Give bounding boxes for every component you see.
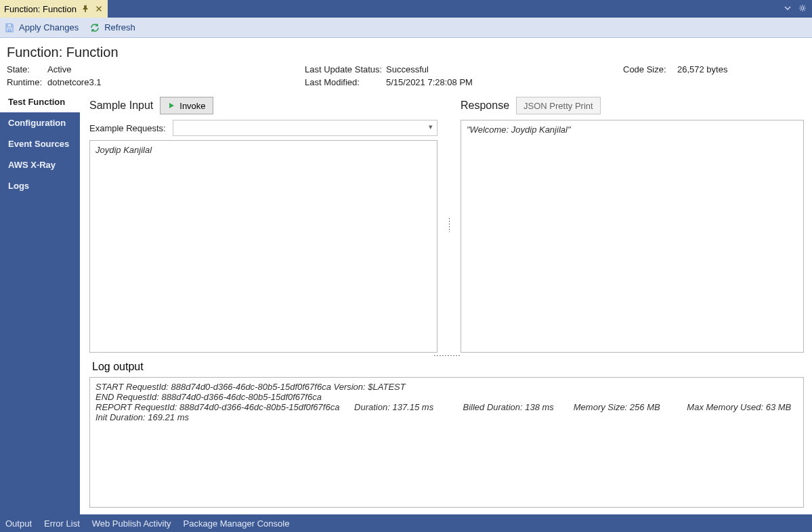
document-tabbar: Function: Function — [0, 0, 812, 18]
sample-input-panel: Sample Input Invoke Example Requests: Jo… — [89, 97, 437, 353]
last-update-status-label: Last Update Status: — [305, 64, 386, 74]
code-size-value: 26,572 bytes — [677, 64, 758, 74]
document-tab-title: Function: Function — [4, 4, 77, 14]
runtime-label: Runtime: — [7, 77, 47, 87]
sidebar-item-test-function[interactable]: Test Function — [0, 91, 80, 112]
page-title: Function: Function — [7, 45, 804, 60]
invoke-label: Invoke — [179, 101, 205, 111]
horizontal-splitter[interactable] — [89, 353, 804, 358]
sample-input-textarea[interactable]: Joydip Kanjilal — [89, 140, 437, 353]
close-icon[interactable] — [94, 4, 104, 14]
toolbar: Apply Changes Refresh — [0, 18, 812, 38]
apply-changes-label: Apply Changes — [19, 22, 79, 32]
header-info: Function: Function State: Active Last Up… — [0, 38, 812, 91]
footer-tab-output[interactable]: Output — [5, 518, 32, 529]
example-requests-label: Example Requests: — [89, 123, 166, 133]
footer-tab-web-publish-activity[interactable]: Web Publish Activity — [92, 518, 171, 529]
footer-tab-error-list[interactable]: Error List — [44, 518, 80, 529]
json-pretty-print-button[interactable]: JSON Pretty Print — [516, 97, 601, 114]
json-pretty-print-label: JSON Pretty Print — [523, 101, 593, 111]
state-label: State: — [7, 64, 47, 74]
sidebar: Test Function Configuration Event Source… — [0, 91, 80, 514]
response-panel: Response JSON Pretty Print "Welcome: Joy… — [461, 97, 804, 353]
log-output-section: Log output START RequestId: 888d74d0-d36… — [89, 358, 804, 508]
vertical-splitter[interactable] — [447, 97, 451, 353]
play-icon — [167, 102, 175, 110]
top-split: Sample Input Invoke Example Requests: Jo… — [89, 97, 804, 353]
sidebar-item-event-sources[interactable]: Event Sources — [0, 133, 80, 154]
sidebar-item-configuration[interactable]: Configuration — [0, 112, 80, 133]
refresh-button[interactable]: Refresh — [89, 22, 135, 33]
body: Test Function Configuration Event Source… — [0, 91, 812, 514]
response-textarea[interactable]: "Welcome: Joydip Kanjilal" — [461, 120, 804, 353]
state-value: Active — [47, 64, 305, 74]
code-size-label: Code Size: — [623, 64, 677, 74]
save-icon — [4, 22, 15, 33]
sidebar-item-aws-x-ray[interactable]: AWS X-Ray — [0, 154, 80, 175]
sidebar-item-label: AWS X-Ray — [8, 160, 56, 170]
log-output-textarea[interactable]: START RequestId: 888d74d0-d366-46dc-80b5… — [89, 377, 804, 508]
footer-bar: Output Error List Web Publish Activity P… — [0, 514, 812, 532]
gear-icon[interactable] — [798, 4, 807, 14]
tabbar-right — [784, 0, 812, 18]
svg-point-0 — [801, 7, 804, 9]
footer-tab-package-manager-console[interactable]: Package Manager Console — [184, 518, 290, 529]
refresh-label: Refresh — [104, 22, 135, 32]
log-output-title: Log output — [92, 361, 804, 373]
sidebar-item-label: Event Sources — [8, 139, 69, 149]
sidebar-item-label: Logs — [8, 181, 29, 191]
sidebar-item-logs[interactable]: Logs — [0, 175, 80, 196]
sample-input-title: Sample Input — [89, 99, 153, 112]
chevron-down-icon[interactable] — [784, 4, 792, 14]
example-requests-dropdown[interactable] — [173, 120, 437, 136]
last-modified-value: 5/15/2021 7:28:08 PM — [386, 77, 623, 87]
invoke-button[interactable]: Invoke — [160, 97, 213, 114]
sidebar-item-label: Test Function — [8, 97, 65, 107]
last-update-status-value: Successful — [386, 64, 623, 74]
runtime-value: dotnetcore3.1 — [47, 77, 305, 87]
sidebar-item-label: Configuration — [8, 118, 66, 128]
main-content: Sample Input Invoke Example Requests: Jo… — [80, 91, 812, 514]
apply-changes-button[interactable]: Apply Changes — [4, 22, 79, 33]
response-title: Response — [461, 99, 509, 112]
document-tab[interactable]: Function: Function — [0, 0, 108, 18]
last-modified-label: Last Modified: — [305, 77, 386, 87]
pin-icon[interactable] — [81, 4, 90, 14]
refresh-icon — [89, 22, 100, 33]
